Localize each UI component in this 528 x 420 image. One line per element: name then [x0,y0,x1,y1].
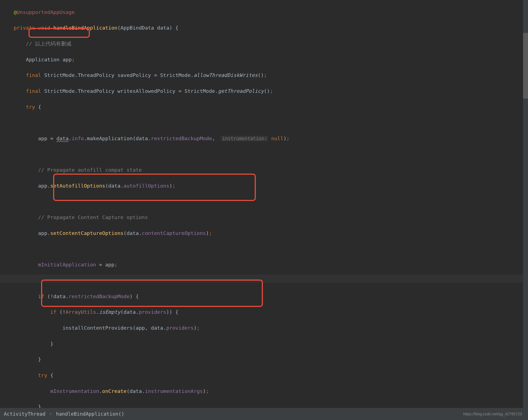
code-editor[interactable]: @UnsupportedAppUsage private void handle… [0,0,528,420]
code-line: app = data.info.makeApplication(data.res… [14,135,528,143]
code-line: Application app; [14,56,528,64]
code-line: @UnsupportedAppUsage [14,8,528,16]
code-line: if (!ArrayUtils.isEmpty(data.providers))… [14,308,528,316]
code-line [14,119,528,127]
code-line: mInstrumentation.onCreate(data.instrumen… [14,387,528,395]
code-line [14,277,528,285]
annotation-name: UnsupportedAppUsage [17,9,75,15]
code-line: try { [14,372,528,379]
code-area[interactable]: @UnsupportedAppUsage private void handle… [3,0,528,420]
code-line: mInitialApplication = app; [14,261,528,269]
code-line: app.setAutofillOptions(data.autofillOpti… [14,182,528,190]
code-line [14,151,528,159]
code-line: } [14,340,528,348]
breadcrumb-file[interactable]: ActivityThread [4,410,45,418]
code-line [14,245,528,253]
code-line: final StrictMode.ThreadPolicy writesAllo… [14,87,528,95]
code-line: if (!data.restrictedBackupMode) { [14,293,528,301]
code-line: private void handleBindApplication(AppBi… [14,24,528,32]
code-line: // 以上代码有删减 [14,40,528,48]
code-line: app.setContentCaptureOptions(data.conten… [14,229,528,237]
code-line: } [14,356,528,364]
watermark: https://blog.csdn.net/qq_42795723 [463,411,522,417]
code-line: // Propagate autofill compat state [14,166,528,174]
vertical-scrollbar-thumb[interactable] [523,33,528,99]
breadcrumb-method[interactable]: handleBindApplication() [56,410,124,418]
code-line: final StrictMode.ThreadPolicy savedPolic… [14,71,528,79]
code-line: try { [14,103,528,111]
code-line: installContentProviders(app, data.provid… [14,324,528,332]
annotation-at: @ [14,9,17,15]
breadcrumb-separator: › [49,410,52,418]
code-line: // Propagate Content Capture options [14,214,528,221]
param-hint: instrumentation: [221,136,268,141]
breadcrumb[interactable]: ActivityThread › handleBindApplication()… [0,408,528,420]
vertical-scrollbar[interactable] [523,0,528,408]
code-line [14,198,528,206]
